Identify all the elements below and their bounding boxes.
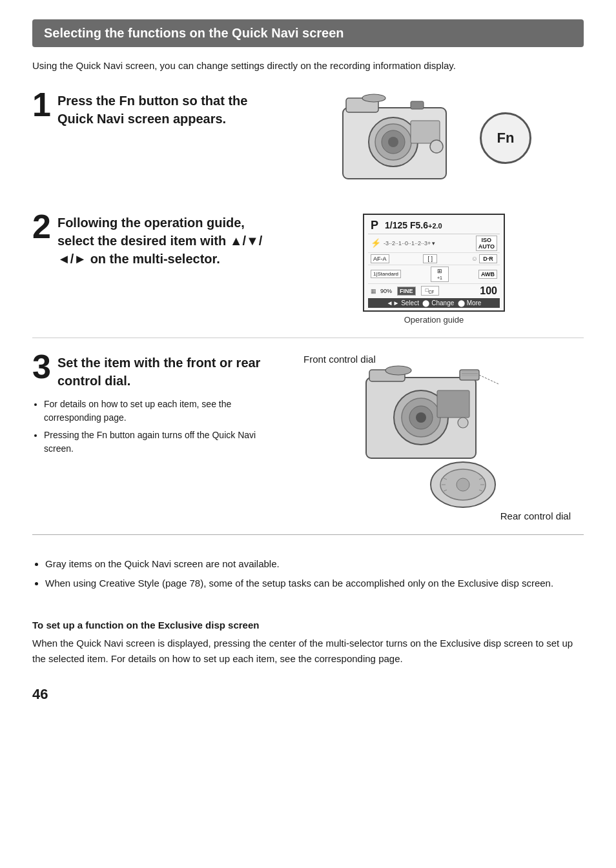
step-1-row: 1 Press the Fn button so that the Quick … (32, 92, 584, 198)
rear-control-label: Rear control dial (500, 510, 571, 521)
navi-flash-icon: ⚡ (371, 238, 381, 248)
select-change-more-text: ◄► Select ⬤ Change ⬤ More (387, 299, 482, 307)
navi-smiley: ☺ (471, 255, 478, 262)
step-2-number: 2 (32, 214, 51, 243)
step-2-left: 2 Following the operation guide, select … (32, 214, 271, 268)
navi-bracket: [ ] (423, 254, 437, 263)
step-3-bullet-1: For details on how to set up each item, … (44, 398, 271, 425)
sub-section-text: When the Quick Navi screen is displayed,… (32, 636, 584, 667)
svg-line-23 (479, 375, 498, 384)
navi-row-2: AF-A [ ] ☺ D·R (368, 253, 500, 265)
svg-rect-16 (437, 390, 469, 418)
section-divider (32, 534, 584, 535)
step-3-row: 3 Set the item with the front or rear co… (32, 354, 584, 521)
note-2: When using Creative Style (page 78), som… (45, 576, 584, 591)
page-title: Selecting the functions on the Quick Nav… (32, 19, 584, 47)
step-2-text: Following the operation guide, select th… (57, 214, 271, 268)
sub-section: To set up a function on the Exclusive di… (32, 620, 584, 667)
note-1: Gray items on the Quick Navi screen are … (45, 557, 584, 572)
front-control-label: Front control dial (303, 354, 376, 365)
navi-quality-icon: ▦ (371, 288, 376, 294)
operation-guide-label: Operation guide (404, 315, 464, 325)
navi-ratio: ⊞+1 (431, 267, 449, 282)
step-3-bullets: For details on how to set up each item, … (32, 398, 271, 456)
navi-guide-row: ◄► Select ⬤ Change ⬤ More (368, 298, 500, 308)
svg-point-15 (416, 412, 426, 423)
camera-rear-view (363, 365, 505, 468)
navi-mode: P (371, 219, 378, 232)
navi-awb: AWB (478, 270, 497, 279)
step-1-number: 1 (32, 92, 51, 121)
step-2-right: P 1/125 F5.6+2.0 ⚡ -3··2··1··0··1··2··3+… (271, 214, 584, 325)
navi-shutter-info: 1/125 F5.6+2.0 (385, 220, 442, 230)
fn-button: Fn (480, 112, 531, 164)
navi-dr: D·R (479, 254, 497, 263)
step-1-text: Press the Fn button so that the Quick Na… (57, 92, 271, 128)
step-3-left: 3 Set the item with the front or rear co… (32, 354, 271, 459)
svg-rect-17 (460, 370, 479, 380)
step-3-bullet-2: Pressing the Fn button again turns off t… (44, 429, 271, 456)
step-3-right: Front control dial (271, 354, 584, 521)
navi-style: 1|Standard (371, 270, 401, 278)
notes-list: Gray items on the Quick Navi screen are … (32, 557, 584, 591)
step-3-number: 3 (32, 354, 51, 383)
svg-point-9 (362, 94, 385, 102)
navi-fine: FINE (397, 287, 416, 296)
navi-screen-container: P 1/125 F5.6+2.0 ⚡ -3··2··1··0··1··2··3+… (363, 214, 505, 325)
sub-section-heading: To set up a function on the Exclusive di… (32, 620, 584, 631)
page-number: 46 (32, 686, 584, 703)
step-1-right: Fn (271, 92, 584, 185)
svg-point-22 (458, 418, 468, 428)
navi-count: 100 (442, 285, 497, 297)
step-2-row: 2 Following the operation guide, select … (32, 214, 584, 338)
intro-text: Using the Quick Navi screen, you can cha… (32, 59, 584, 74)
rear-dial-illustration (427, 459, 498, 510)
navi-iso: ISOAUTO (476, 236, 497, 251)
navi-row-1: ⚡ -3··2··1··0··1··2··3+ ▾ ISOAUTO (368, 234, 500, 253)
svg-point-8 (430, 140, 443, 153)
svg-point-32 (457, 478, 469, 491)
navi-top-row: P 1/125 F5.6+2.0 (368, 217, 500, 234)
navi-row-3: 1|Standard ⊞+1 AWB (368, 265, 500, 284)
notes-section: Gray items on the Quick Navi screen are … (32, 545, 584, 608)
camera-dials-illustration (363, 365, 505, 510)
navi-row-4: ▦ 90% FINE □CF 100 (368, 284, 500, 298)
step-1-illustration: Fn (336, 92, 531, 185)
navi-cf: □CF (421, 286, 439, 296)
navi-screen: P 1/125 F5.6+2.0 ⚡ -3··2··1··0··1··2··3+… (363, 214, 505, 312)
step-1-left: 1 Press the Fn button so that the Quick … (32, 92, 271, 128)
navi-af: AF-A (371, 254, 389, 263)
svg-point-21 (385, 366, 411, 375)
svg-point-5 (388, 137, 398, 147)
step-3-text: Set the item with the front or rear cont… (57, 354, 271, 390)
svg-rect-7 (411, 101, 424, 109)
camera-body-illustration (336, 92, 472, 185)
